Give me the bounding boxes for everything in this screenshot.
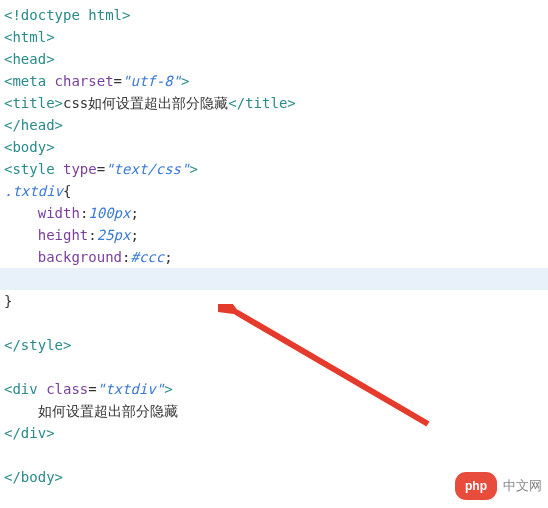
code-line: } — [4, 290, 548, 312]
class-value: "txtdiv" — [97, 381, 164, 397]
code-line: <meta charset="utf-8"> — [4, 70, 548, 92]
code-line — [4, 312, 548, 334]
code-line: width:100px; — [4, 202, 548, 224]
body-close: </body> — [4, 469, 63, 485]
div-close: </div> — [4, 425, 55, 441]
watermark-pill: php — [455, 472, 497, 500]
css-selector: .txtdiv — [4, 183, 63, 199]
code-line: .txtdiv{ — [4, 180, 548, 202]
meta-tag: <meta — [4, 73, 55, 89]
body-open: <body> — [4, 139, 55, 155]
html-open: <html> — [4, 29, 55, 45]
watermark-text: 中文网 — [503, 475, 542, 497]
div-content: 如何设置超出部分隐藏 — [38, 403, 178, 419]
type-value: "text/css" — [105, 161, 189, 177]
code-line: height:25px; — [4, 224, 548, 246]
code-line: </head> — [4, 114, 548, 136]
css-prop-width: width — [38, 205, 80, 221]
code-line: <head> — [4, 48, 548, 70]
style-close: </style> — [4, 337, 71, 353]
attr-charset: charset — [55, 73, 114, 89]
code-line: 如何设置超出部分隐藏 — [4, 400, 548, 422]
charset-value: "utf-8" — [122, 73, 181, 89]
title-text: css如何设置超出部分隐藏 — [63, 95, 228, 111]
code-line: </style> — [4, 334, 548, 356]
highlighted-line — [0, 268, 548, 290]
head-open: <head> — [4, 51, 55, 67]
code-line — [4, 444, 548, 466]
css-val-width: 100px — [88, 205, 130, 221]
code-line: <title>css如何设置超出部分隐藏</title> — [4, 92, 548, 114]
title-open: <title> — [4, 95, 63, 111]
css-prop-height: height — [38, 227, 89, 243]
div-open: <div — [4, 381, 46, 397]
code-line: </div> — [4, 422, 548, 444]
code-line — [4, 356, 548, 378]
code-line: <div class="txtdiv"> — [4, 378, 548, 400]
head-close: </head> — [4, 117, 63, 133]
attr-class: class — [46, 381, 88, 397]
title-close: </title> — [228, 95, 295, 111]
css-val-background: #ccc — [130, 249, 164, 265]
code-line: <html> — [4, 26, 548, 48]
code-line: <body> — [4, 136, 548, 158]
code-editor: <!doctype html> <html> <head> <meta char… — [0, 0, 548, 488]
doctype-tag: <!doctype html> — [4, 7, 130, 23]
css-prop-background: background — [38, 249, 122, 265]
watermark: php 中文网 — [455, 472, 542, 500]
code-line: background:#ccc; — [4, 246, 548, 268]
code-line: <!doctype html> — [4, 4, 548, 26]
attr-type: type — [63, 161, 97, 177]
css-val-height: 25px — [97, 227, 131, 243]
code-line: <style type="text/css"> — [4, 158, 548, 180]
style-open: <style — [4, 161, 63, 177]
